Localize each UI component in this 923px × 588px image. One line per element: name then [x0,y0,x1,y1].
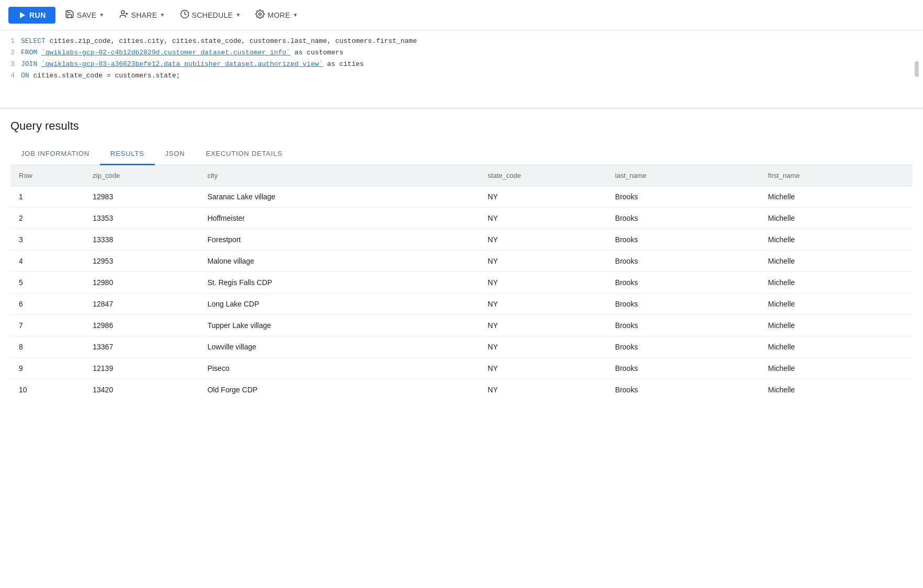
cell-zip_code: 13420 [84,379,199,401]
table-row: 612847Long Lake CDPNYBrooksMichelle [10,293,913,315]
col-header-last: last_name [607,165,760,186]
save-label: SAVE [77,11,97,19]
results-table: Row zip_code city state_code last_name f… [10,165,913,400]
more-chevron-icon: ▼ [293,12,298,18]
schedule-icon [180,9,189,20]
code-lines: 1 SELECT cities.zip_code, cities.city, c… [0,36,923,82]
code-line-1: 1 SELECT cities.zip_code, cities.city, c… [0,36,923,47]
cell-row: 7 [10,315,84,336]
scrollbar[interactable] [915,61,919,77]
schedule-button[interactable]: SCHEDULE ▼ [175,5,246,25]
schedule-label: SCHEDULE [192,11,233,19]
line-number-3: 3 [0,59,21,70]
table-row: 813367Lowville villageNYBrooksMichelle [10,336,913,358]
table-row: 112983Saranac Lake villageNYBrooksMichel… [10,186,913,208]
cell-city: Piseco [199,358,479,379]
tab-results[interactable]: RESULTS [100,143,155,165]
run-button[interactable]: RUN [8,7,55,24]
cell-city: Old Forge CDP [199,379,479,401]
tab-execution-details[interactable]: EXECUTION DETAILS [195,143,292,165]
cell-zip_code: 12953 [84,251,199,272]
results-tabs: JOB INFORMATION RESULTS JSON EXECUTION D… [10,143,913,165]
play-icon [18,11,26,19]
cell-zip_code: 12986 [84,315,199,336]
line-number-1: 1 [0,36,21,47]
cell-row: 10 [10,379,84,401]
cell-state_code: NY [479,336,606,358]
more-button[interactable]: MORE ▼ [250,5,303,25]
table-row: 412953Malone villageNYBrooksMichelle [10,251,913,272]
cell-last_name: Brooks [607,272,760,293]
code-text-4: ON cities.state_code = customers.state; [21,70,180,82]
code-text-2: FROM `qwiklabs-gcp-02-c4b12db2829d.custo… [21,47,343,59]
tab-json[interactable]: JSON [155,143,196,165]
svg-point-5 [259,13,262,16]
cell-first_name: Michelle [760,358,913,379]
table-row: 712986Tupper Lake villageNYBrooksMichell… [10,315,913,336]
cell-last_name: Brooks [607,229,760,251]
cell-zip_code: 12980 [84,272,199,293]
cell-first_name: Michelle [760,251,913,272]
results-title: Query results [10,119,913,133]
more-label: MORE [267,11,290,19]
cell-row: 6 [10,293,84,315]
share-button[interactable]: SHARE ▼ [114,5,171,25]
save-chevron-icon: ▼ [99,12,104,18]
code-editor[interactable]: 1 SELECT cities.zip_code, cities.city, c… [0,30,923,109]
cell-state_code: NY [479,208,606,229]
cell-zip_code: 12847 [84,293,199,315]
cell-first_name: Michelle [760,293,913,315]
share-icon [119,9,129,20]
cell-last_name: Brooks [607,186,760,208]
cell-first_name: Michelle [760,379,913,401]
code-line-4: 4 ON cities.state_code = customers.state… [0,70,923,82]
cell-first_name: Michelle [760,186,913,208]
cell-row: 9 [10,358,84,379]
cell-city: Saranac Lake village [199,186,479,208]
cell-zip_code: 12983 [84,186,199,208]
run-label: RUN [29,11,46,19]
col-header-row: Row [10,165,84,186]
col-header-first: first_name [760,165,913,186]
cell-row: 2 [10,208,84,229]
save-button[interactable]: SAVE ▼ [60,5,110,25]
cell-first_name: Michelle [760,229,913,251]
cell-state_code: NY [479,315,606,336]
svg-marker-0 [20,12,25,18]
cell-zip_code: 12139 [84,358,199,379]
more-icon [255,9,265,20]
cell-row: 1 [10,186,84,208]
cell-city: Malone village [199,251,479,272]
table-row: 313338ForestportNYBrooksMichelle [10,229,913,251]
col-header-city: city [199,165,479,186]
cell-last_name: Brooks [607,336,760,358]
cell-state_code: NY [479,272,606,293]
cell-zip_code: 13338 [84,229,199,251]
share-chevron-icon: ▼ [160,12,165,18]
cell-state_code: NY [479,358,606,379]
cell-first_name: Michelle [760,315,913,336]
cell-zip_code: 13367 [84,336,199,358]
code-text-3: JOIN `qwiklabs-gcp-03-a36623befe12.data_… [21,59,364,70]
cell-row: 4 [10,251,84,272]
cell-city: St. Regis Falls CDP [199,272,479,293]
cell-state_code: NY [479,293,606,315]
cell-row: 5 [10,272,84,293]
table-row: 512980St. Regis Falls CDPNYBrooksMichell… [10,272,913,293]
line-number-2: 2 [0,47,21,59]
save-icon [65,9,74,20]
cell-zip_code: 13353 [84,208,199,229]
tab-job-information[interactable]: JOB INFORMATION [10,143,100,165]
table-row: 912139PisecoNYBrooksMichelle [10,358,913,379]
schedule-chevron-icon: ▼ [235,12,241,18]
table-row: 1013420Old Forge CDPNYBrooksMichelle [10,379,913,401]
results-section: Query results JOB INFORMATION RESULTS JS… [0,109,923,400]
cell-last_name: Brooks [607,379,760,401]
cell-city: Forestport [199,229,479,251]
cell-last_name: Brooks [607,251,760,272]
cell-last_name: Brooks [607,315,760,336]
cell-first_name: Michelle [760,336,913,358]
svg-point-1 [121,10,124,14]
cell-state_code: NY [479,186,606,208]
cell-city: Long Lake CDP [199,293,479,315]
